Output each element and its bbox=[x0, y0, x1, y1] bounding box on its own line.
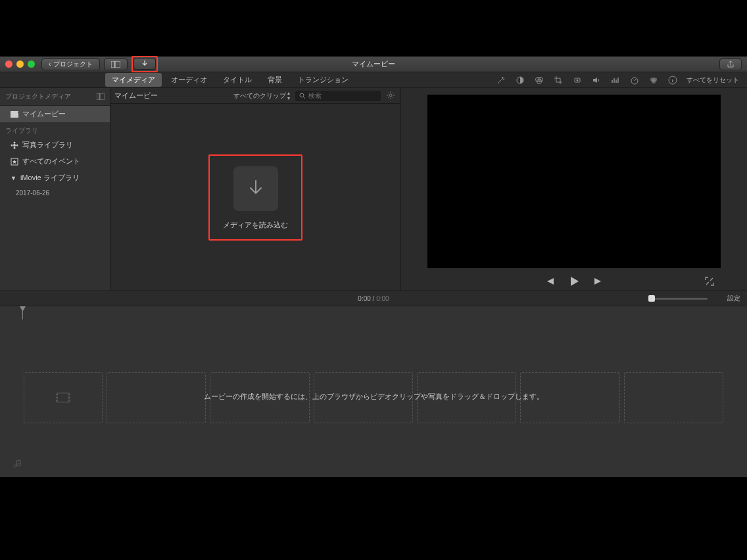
total-time: 0:00 bbox=[376, 295, 389, 302]
sidebar-header: プロジェクトメディア bbox=[0, 88, 110, 106]
svg-point-11 bbox=[652, 80, 656, 83]
clip-filter-dropdown[interactable]: すべてのクリップ ▴▾ bbox=[233, 91, 290, 101]
import-button[interactable] bbox=[133, 58, 156, 70]
equalizer-icon[interactable] bbox=[610, 75, 620, 85]
sidebar-item-imovie-library[interactable]: ▼ iMovie ライブラリ bbox=[0, 170, 110, 186]
sidebar-toggle-icon[interactable] bbox=[97, 93, 105, 100]
sidebar-event-date-label: 2017-06-26 bbox=[16, 189, 49, 197]
projects-label: プロジェクト bbox=[53, 60, 93, 69]
clip-slot bbox=[210, 372, 309, 423]
sidebar-item-photos[interactable]: 写真ライブラリ bbox=[0, 137, 110, 153]
window-title: マイムービー bbox=[352, 59, 395, 69]
svg-point-22 bbox=[300, 93, 304, 97]
sidebar-events-label: すべてのイベント bbox=[22, 156, 80, 166]
clip-slot bbox=[107, 372, 206, 423]
playhead[interactable] bbox=[22, 306, 23, 319]
svg-point-16 bbox=[13, 144, 16, 147]
svg-rect-14 bbox=[100, 93, 105, 100]
timeline-settings-button[interactable]: 設定 bbox=[727, 294, 740, 303]
svg-rect-26 bbox=[56, 397, 58, 398]
media-browser: マイムービー すべてのクリップ ▴▾ 検索 bbox=[110, 88, 401, 291]
zoom-slider[interactable] bbox=[648, 298, 708, 300]
clip-placeholder-row bbox=[24, 372, 723, 423]
enhance-icon[interactable] bbox=[496, 75, 506, 85]
clip-filter-label: すべてのクリップ bbox=[233, 91, 286, 101]
clip-slot bbox=[314, 372, 413, 423]
projects-button[interactable]: ‹ プロジェクト bbox=[41, 58, 100, 70]
download-arrow-icon bbox=[245, 177, 267, 200]
svg-point-7 bbox=[576, 79, 578, 81]
svg-rect-1 bbox=[115, 61, 120, 68]
clip-slot bbox=[624, 372, 723, 423]
search-icon bbox=[299, 93, 306, 99]
svg-rect-28 bbox=[68, 394, 70, 395]
browser-settings-button[interactable] bbox=[386, 91, 397, 101]
tab-backgrounds[interactable]: 背景 bbox=[261, 73, 289, 87]
filter-icon[interactable] bbox=[648, 75, 658, 85]
browser-header: マイムービー すべてのクリップ ▴▾ 検索 bbox=[110, 88, 400, 104]
clip-slot-film bbox=[24, 372, 103, 423]
browser-title: マイムービー bbox=[114, 91, 158, 101]
gear-icon bbox=[386, 91, 395, 100]
svg-point-23 bbox=[389, 94, 392, 97]
fullscreen-button[interactable] bbox=[705, 277, 714, 286]
import-media-button[interactable] bbox=[233, 166, 278, 211]
window-controls bbox=[5, 60, 35, 68]
viewer-canvas bbox=[427, 95, 721, 268]
sidebar-item-project[interactable]: マイムービー bbox=[0, 106, 110, 122]
share-button[interactable] bbox=[719, 58, 742, 70]
main-area: プロジェクトメディア マイムービー ライブラリ 写真ライブラリ すべてのイベント… bbox=[0, 88, 747, 291]
timeline-bar: 0:00 / 0:00 設定 bbox=[0, 291, 747, 306]
svg-rect-13 bbox=[97, 93, 99, 100]
disclosure-triangle-icon: ▼ bbox=[11, 175, 16, 181]
search-input[interactable]: 検索 bbox=[295, 91, 381, 101]
import-media-highlight: メディアを読み込む bbox=[208, 154, 302, 241]
import-media-label: メディアを読み込む bbox=[223, 220, 288, 230]
svg-point-18 bbox=[14, 147, 16, 149]
chevron-updown-icon: ▴▾ bbox=[287, 91, 290, 101]
sidebar-header-label: プロジェクトメディア bbox=[5, 92, 71, 101]
tab-audio[interactable]: オーディオ bbox=[164, 73, 214, 87]
sidebar: プロジェクトメディア マイムービー ライブラリ 写真ライブラリ すべてのイベント… bbox=[0, 88, 110, 291]
current-time: 0:00 bbox=[358, 295, 370, 302]
layout-button[interactable] bbox=[104, 58, 128, 70]
reset-all-button[interactable]: すべてをリセット bbox=[687, 76, 739, 85]
sidebar-project-label: マイムービー bbox=[22, 109, 66, 119]
sidebar-item-event-date[interactable]: 2017-06-26 bbox=[0, 186, 110, 200]
tabs-row: マイメディア オーディオ タイトル 背景 トランジション すべてをリセット bbox=[0, 72, 747, 88]
tab-my-media[interactable]: マイメディア bbox=[105, 73, 162, 87]
minimize-button[interactable] bbox=[16, 60, 24, 68]
svg-rect-0 bbox=[111, 61, 114, 68]
tab-titles[interactable]: タイトル bbox=[216, 73, 258, 87]
viewer-transport bbox=[427, 272, 721, 291]
close-button[interactable] bbox=[5, 60, 12, 68]
volume-icon[interactable] bbox=[591, 75, 601, 85]
app-window: ‹ プロジェクト マイムービー マイメディア オーディオ タイトル 背景 トラン… bbox=[0, 57, 747, 477]
svg-rect-29 bbox=[68, 397, 70, 398]
svg-point-20 bbox=[16, 144, 18, 146]
tab-transitions[interactable]: トランジション bbox=[291, 73, 355, 87]
download-arrow-icon bbox=[141, 60, 149, 68]
svg-rect-24 bbox=[57, 393, 69, 402]
timeline[interactable]: ムービーの作成を開始するには、上のブラウザからビデオクリップや写真をドラッグ＆ド… bbox=[0, 306, 747, 477]
clapperboard-icon bbox=[11, 111, 18, 118]
svg-rect-30 bbox=[68, 400, 70, 402]
color-balance-icon[interactable] bbox=[515, 75, 525, 85]
stabilize-icon[interactable] bbox=[572, 75, 582, 85]
chevron-left-icon: ‹ bbox=[49, 60, 51, 68]
color-correction-icon[interactable] bbox=[534, 75, 544, 85]
info-icon[interactable] bbox=[667, 75, 677, 85]
sidebar-library-label: iMovie ライブラリ bbox=[20, 173, 80, 183]
audio-track-icon bbox=[13, 459, 22, 468]
crop-icon[interactable] bbox=[553, 75, 563, 85]
svg-rect-25 bbox=[56, 394, 58, 395]
play-button[interactable] bbox=[568, 275, 580, 287]
next-button[interactable] bbox=[593, 277, 604, 286]
speed-icon[interactable] bbox=[629, 75, 639, 85]
maximize-button[interactable] bbox=[28, 60, 35, 68]
time-display: 0:00 / 0:00 bbox=[358, 295, 389, 302]
prev-button[interactable] bbox=[544, 277, 555, 286]
sidebar-photos-label: 写真ライブラリ bbox=[22, 140, 73, 150]
sidebar-item-all-events[interactable]: すべてのイベント bbox=[0, 153, 110, 170]
viewer-controls: すべてをリセット bbox=[355, 75, 747, 85]
